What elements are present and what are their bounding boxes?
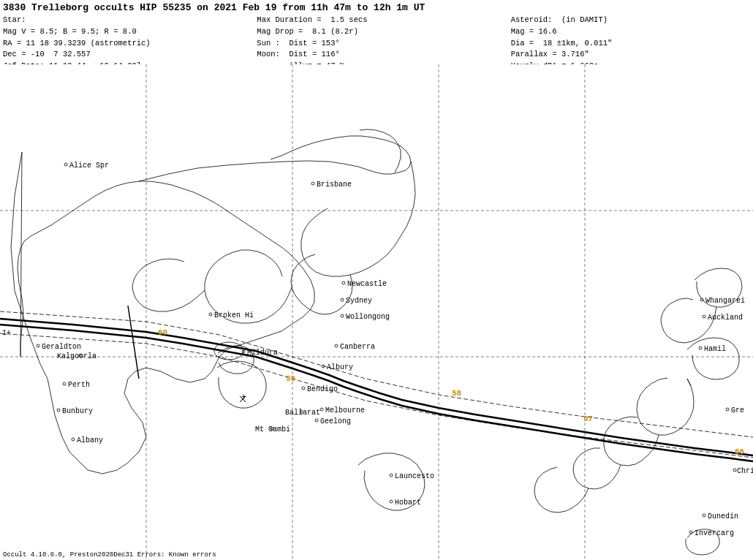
city-whangarei: Whangarei bbox=[705, 297, 745, 305]
col3-mag: Mag = 16.6 bbox=[511, 27, 557, 36]
svg-point-15 bbox=[335, 344, 338, 347]
city-christchurch: Chris bbox=[737, 467, 753, 475]
city-newcastle: Newcastle bbox=[347, 280, 387, 288]
svg-line-6 bbox=[128, 306, 139, 379]
star-label: Star: bbox=[3, 15, 26, 24]
city-wollongong: Wollongong bbox=[346, 313, 390, 321]
footer: Occult 4.10.6.0, Preston2020Dec31 Errors… bbox=[3, 551, 216, 559]
svg-point-23 bbox=[390, 474, 393, 477]
svg-point-21 bbox=[315, 419, 318, 422]
svg-point-25 bbox=[63, 382, 66, 385]
col1-ra: RA = 11 18 39.3239 (astrometric) bbox=[3, 39, 151, 48]
city-greymouth: Gre bbox=[731, 406, 744, 415]
city-perth: Perth bbox=[68, 381, 90, 389]
col1-mag: Mag V = 8.5; B = 9.5; R = 8.0 bbox=[3, 27, 137, 36]
city-invercargill: Invercarg bbox=[695, 529, 734, 537]
grid-lines bbox=[0, 64, 753, 560]
svg-point-31 bbox=[703, 315, 705, 318]
col1-dec: Dec = -10 7 32.557 bbox=[3, 50, 91, 58]
path-label-56: 56 bbox=[735, 447, 744, 456]
city-hobart: Hobart bbox=[395, 499, 421, 507]
svg-point-32 bbox=[699, 347, 702, 349]
occultation-path-center bbox=[0, 319, 753, 461]
path-label-60: 60 bbox=[158, 328, 167, 337]
path-label-58: 58 bbox=[452, 389, 462, 398]
city-mildura: Mildura bbox=[247, 349, 278, 357]
svg-point-35 bbox=[733, 469, 736, 472]
city-ballarat: Ballarat bbox=[285, 409, 320, 417]
col3-asteroid-label: Asteroid: (in DAMIT) bbox=[511, 15, 608, 24]
city-sydney: Sydney bbox=[346, 297, 372, 305]
svg-point-34 bbox=[689, 531, 692, 534]
svg-point-11 bbox=[342, 281, 345, 284]
edge-marker-1plus: 1+ bbox=[2, 329, 11, 337]
city-bendigo: Bendigo bbox=[307, 385, 338, 393]
footer-text: Occult 4.10.6.0, Preston2020Dec31 Errors… bbox=[3, 551, 216, 559]
city-melbourne: Melbourne bbox=[325, 406, 365, 415]
map-svg: + Alice Spr Brisbane Newcastle Sydney Wo… bbox=[0, 64, 753, 560]
city-bunbury: Bunbury bbox=[62, 407, 93, 415]
city-alice-springs: Alice Spr bbox=[69, 162, 109, 170]
city-mt-gambier: Mt Gambi bbox=[255, 425, 290, 434]
svg-point-27 bbox=[72, 438, 75, 441]
svg-point-12 bbox=[341, 298, 344, 301]
city-brisbane: Brisbane bbox=[317, 181, 352, 189]
svg-point-29 bbox=[37, 344, 39, 347]
path-label-57: 57 bbox=[583, 415, 593, 423]
city-kalgoorlie: Kalgoorla bbox=[57, 352, 97, 360]
map-container: + Alice Spr Brisbane Newcastle Sydney Wo… bbox=[0, 64, 753, 560]
page-title: 3830 Trelleborg occults HIP 55235 on 202… bbox=[3, 1, 750, 15]
col3-dia: Dia = 18 ±1km, 0.011" bbox=[511, 39, 613, 48]
chord-line bbox=[128, 306, 139, 379]
col2-max-duration: Max Duration = 1.5 secs bbox=[257, 15, 367, 24]
col3-parallax: Parallax = 3.716" bbox=[511, 50, 589, 58]
city-launceston: Launcesto bbox=[395, 472, 434, 480]
city-hamilton-nz: Hamil bbox=[704, 345, 726, 353]
city-geraldton: Geraldton bbox=[42, 343, 81, 351]
svg-point-10 bbox=[311, 182, 314, 185]
city-canberra: Canberra bbox=[340, 343, 375, 351]
city-broken-hill: Broken Hi bbox=[214, 311, 254, 319]
col2-sun-dist: Sun : Dist = 153° bbox=[257, 39, 339, 48]
svg-point-24 bbox=[390, 500, 393, 503]
svg-point-13 bbox=[341, 314, 344, 317]
svg-point-26 bbox=[57, 409, 60, 412]
col2-moon-dist: Moon: Dist = 116° bbox=[257, 50, 339, 58]
svg-point-33 bbox=[703, 514, 705, 517]
svg-point-19 bbox=[320, 408, 323, 411]
col2-mag-drop: Mag Drop = 8.1 (8.2r) bbox=[257, 27, 358, 36]
city-albury: Albury bbox=[327, 363, 353, 371]
plus-marker: + bbox=[241, 393, 246, 403]
svg-point-14 bbox=[209, 313, 212, 316]
city-albany: Albany bbox=[77, 436, 103, 444]
city-markers: Alice Spr Brisbane Newcastle Sydney Woll… bbox=[37, 162, 753, 537]
city-auckland: Auckland bbox=[708, 314, 743, 322]
occultation-path-outer bbox=[0, 311, 753, 458]
svg-point-9 bbox=[64, 163, 67, 166]
svg-point-36 bbox=[726, 408, 729, 411]
path-label-59: 59 bbox=[286, 374, 295, 383]
city-dunedin: Dunedin bbox=[708, 512, 738, 521]
city-geelong: Geelong bbox=[320, 417, 351, 425]
svg-point-18 bbox=[302, 387, 305, 390]
